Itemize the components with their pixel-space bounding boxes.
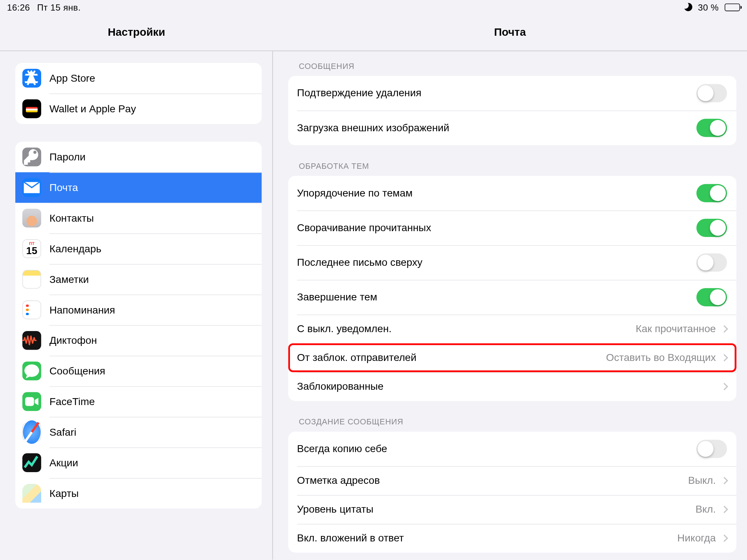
settings-sidebar[interactable]: App Store Wallet и Apple Pay Пароли Почт… xyxy=(0,51,273,560)
sidebar-item-label: Заметки xyxy=(49,273,89,285)
svg-rect-0 xyxy=(25,397,34,406)
wallet-icon xyxy=(22,100,41,118)
row-organize-by-thread[interactable]: Упорядочение по темам xyxy=(288,176,736,210)
contacts-icon xyxy=(22,209,41,228)
chevron-right-icon xyxy=(721,383,728,390)
cell-value: Вкл. xyxy=(696,503,716,516)
cell-label: Подтверждение удаления xyxy=(297,87,696,100)
stocks-icon xyxy=(22,453,41,472)
cell-label: Завершение тем xyxy=(297,291,696,303)
row-blocked-sender-options[interactable]: От заблок. отправителей Оставить во Вход… xyxy=(288,343,736,372)
section-composing: Всегда копию себе Отметка адресов Выкл. … xyxy=(288,432,736,553)
section-header-messages: Сообщения xyxy=(288,51,736,76)
row-muted-thread-action[interactable]: С выкл. уведомлен. Как прочитанное xyxy=(288,315,736,343)
toggle-most-recent-top[interactable] xyxy=(696,253,727,272)
chevron-right-icon xyxy=(721,354,728,362)
chevron-right-icon xyxy=(721,506,728,513)
sidebar-item-voice-memos[interactable]: Диктофон xyxy=(15,325,262,356)
toggle-organize-by-thread[interactable] xyxy=(696,184,727,202)
notes-icon xyxy=(22,270,41,289)
row-increase-quote-level[interactable]: Уровень цитаты Вкл. xyxy=(288,495,736,524)
sidebar-item-label: Сообщения xyxy=(49,365,105,377)
cell-label: Последнее письмо сверху xyxy=(297,256,696,269)
cell-value: Никогда xyxy=(677,532,716,544)
cell-label: Вкл. вложений в ответ xyxy=(297,532,677,544)
chevron-right-icon xyxy=(721,325,728,333)
voice-memo-icon xyxy=(22,331,41,350)
toggle-collapse-read[interactable] xyxy=(696,219,727,237)
sidebar-item-wallet[interactable]: Wallet и Apple Pay xyxy=(15,93,262,124)
sidebar-item-label: Wallet и Apple Pay xyxy=(49,102,136,115)
section-header-threading: Обработка тем xyxy=(288,145,736,176)
facetime-icon xyxy=(22,392,41,411)
toggle-ask-before-deleting[interactable] xyxy=(696,84,727,102)
sidebar-item-label: FaceTime xyxy=(49,395,94,408)
cell-label: Заблокированные xyxy=(297,380,721,393)
row-complete-threads[interactable]: Завершение тем xyxy=(288,280,736,315)
detail-title: Почта xyxy=(273,14,747,51)
cell-label: Всегда копию себе xyxy=(297,443,696,455)
sidebar-item-notes[interactable]: Заметки xyxy=(15,264,262,295)
cell-label: Отметка адресов xyxy=(297,474,688,487)
sidebar-item-label: App Store xyxy=(49,72,95,85)
safari-icon xyxy=(22,423,41,442)
section-messages: Подтверждение удаления Загрузка внешних … xyxy=(288,76,736,145)
sidebar-item-label: Диктофон xyxy=(49,334,97,347)
cell-label: Уровень цитаты xyxy=(297,503,695,516)
sidebar-item-facetime[interactable]: FaceTime xyxy=(15,386,262,417)
section-threading: Упорядочение по темам Сворачивание прочи… xyxy=(288,176,736,401)
chevron-right-icon xyxy=(721,534,728,542)
sidebar-item-reminders[interactable]: Напоминания xyxy=(15,295,262,325)
sidebar-item-label: Напоминания xyxy=(49,304,115,316)
sidebar-item-mail[interactable]: Почта xyxy=(15,172,262,203)
row-load-remote-images[interactable]: Загрузка внешних изображений xyxy=(288,110,736,145)
sidebar-item-contacts[interactable]: Контакты xyxy=(15,203,262,233)
section-header-composing: Создание сообщения xyxy=(288,401,736,432)
sidebar-title: Настройки xyxy=(0,14,273,51)
status-date: Пт 15 янв. xyxy=(37,2,81,12)
sidebar-item-label: Контакты xyxy=(49,212,94,224)
sidebar-item-label: Календарь xyxy=(49,242,101,255)
sidebar-item-calendar[interactable]: ПТ15 Календарь xyxy=(15,233,262,264)
toggle-complete-threads[interactable] xyxy=(696,288,727,306)
cell-label: Загрузка внешних изображений xyxy=(297,122,696,134)
cell-value: Как прочитанное xyxy=(636,323,716,335)
sidebar-item-passwords[interactable]: Пароли xyxy=(15,142,262,172)
sidebar-item-maps[interactable]: Карты xyxy=(15,478,262,509)
sidebar-item-label: Карты xyxy=(49,487,78,499)
sidebar-item-safari[interactable]: Safari xyxy=(15,417,262,447)
reminders-icon xyxy=(22,300,41,319)
messages-icon xyxy=(22,362,41,381)
maps-icon xyxy=(22,484,41,503)
do-not-disturb-icon xyxy=(684,3,692,11)
row-collapse-read[interactable]: Сворачивание прочитанных xyxy=(288,210,736,245)
appstore-icon xyxy=(22,69,41,88)
cell-label: Сворачивание прочитанных xyxy=(297,222,696,234)
battery-icon xyxy=(725,3,740,11)
toggle-always-bcc-myself[interactable] xyxy=(696,440,727,458)
sidebar-item-label: Акции xyxy=(49,456,78,469)
sidebar-item-label: Пароли xyxy=(49,151,85,163)
sidebar-item-label: Safari xyxy=(49,426,76,438)
row-include-attachments-reply[interactable]: Вкл. вложений в ответ Никогда xyxy=(288,524,736,553)
row-always-bcc-myself[interactable]: Всегда копию себе xyxy=(288,432,736,466)
mail-settings-content[interactable]: Сообщения Подтверждение удаления Загрузк… xyxy=(273,51,747,560)
sidebar-item-messages[interactable]: Сообщения xyxy=(15,356,262,386)
sidebar-item-label: Почта xyxy=(49,181,78,194)
sidebar-item-stocks[interactable]: Акции xyxy=(15,447,262,478)
cell-label: С выкл. уведомлен. xyxy=(297,323,635,335)
status-bar: 16:26 Пт 15 янв. 30 % xyxy=(0,0,747,14)
status-time: 16:26 xyxy=(7,2,30,12)
key-icon xyxy=(22,148,41,167)
sidebar-item-appstore[interactable]: App Store xyxy=(15,63,262,94)
mail-icon xyxy=(22,178,41,197)
cell-label: От заблок. отправителей xyxy=(297,351,606,364)
cell-value: Выкл. xyxy=(688,474,716,487)
row-mark-addresses[interactable]: Отметка адресов Выкл. xyxy=(288,466,736,495)
row-most-recent-top[interactable]: Последнее письмо сверху xyxy=(288,245,736,280)
cell-label: Упорядочение по темам xyxy=(297,187,696,199)
row-ask-before-deleting[interactable]: Подтверждение удаления xyxy=(288,76,736,110)
row-blocked[interactable]: Заблокированные xyxy=(288,372,736,401)
toggle-load-remote-images[interactable] xyxy=(696,119,727,137)
cell-value: Оставить во Входящих xyxy=(606,351,716,364)
